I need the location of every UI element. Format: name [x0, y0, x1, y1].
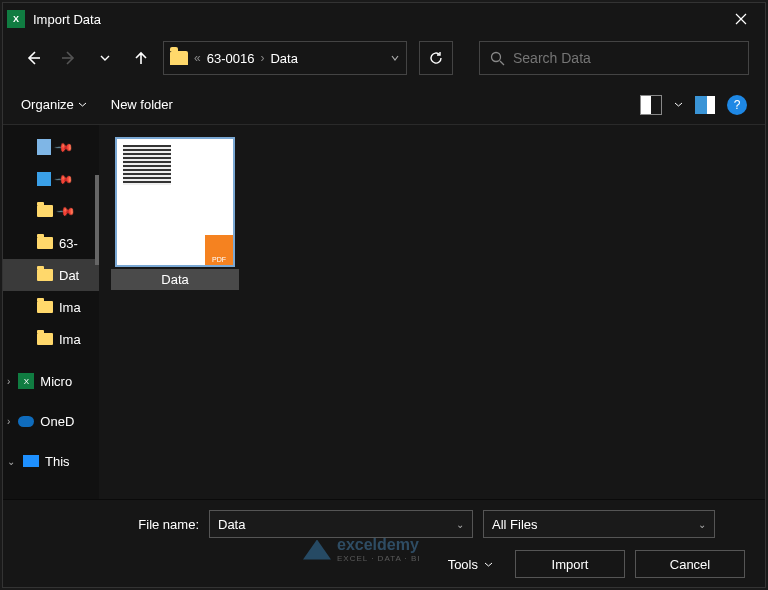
- folder-icon: [37, 205, 53, 217]
- navbar: « 63-0016 › Data: [3, 35, 765, 81]
- search-box[interactable]: [479, 41, 749, 75]
- body: 📌 📌 📌 63- Dat Ima Ima ›XMicro ›OneD ⌄Thi…: [3, 125, 765, 499]
- toolbar: Organize New folder ?: [3, 85, 765, 125]
- file-thumbnail: PDF: [115, 137, 235, 267]
- sidebar-item-microsoft[interactable]: ›XMicro: [3, 365, 99, 397]
- breadcrumb[interactable]: « 63-0016 › Data: [163, 41, 407, 75]
- import-dialog: X Import Data « 63-0016 › Data: [2, 2, 766, 588]
- back-button[interactable]: [19, 44, 47, 72]
- footer: File name: Data ⌄ All Files ⌄ Tools Impo…: [3, 499, 765, 587]
- new-folder-button[interactable]: New folder: [111, 97, 173, 112]
- breadcrumb-prefix: «: [194, 51, 201, 65]
- window-title: Import Data: [33, 12, 721, 27]
- sidebar-item-ima2[interactable]: Ima: [3, 323, 99, 355]
- refresh-button[interactable]: [419, 41, 453, 75]
- folder-icon: [37, 301, 53, 313]
- filename-select[interactable]: Data ⌄: [209, 510, 473, 538]
- file-item-data[interactable]: PDF Data: [111, 137, 239, 290]
- sidebar-item-pictures[interactable]: 📌: [3, 163, 99, 195]
- forward-button[interactable]: [55, 44, 83, 72]
- chevron-down-icon[interactable]: [674, 100, 683, 109]
- svg-point-0: [492, 52, 501, 61]
- folder-icon: [37, 269, 53, 281]
- monitor-icon: [23, 455, 39, 467]
- chevron-down-icon: ⌄: [456, 519, 464, 530]
- up-button[interactable]: [127, 44, 155, 72]
- cancel-button[interactable]: Cancel: [635, 550, 745, 578]
- sidebar-item-63[interactable]: 63-: [3, 227, 99, 259]
- sidebar-item-ima1[interactable]: Ima: [3, 291, 99, 323]
- chevron-right-icon: ›: [7, 376, 10, 387]
- sidebar-item-onedrive[interactable]: ›OneD: [3, 405, 99, 437]
- titlebar: X Import Data: [3, 3, 765, 35]
- tools-menu[interactable]: Tools: [448, 557, 493, 572]
- organize-menu[interactable]: Organize: [21, 97, 87, 112]
- sidebar-item-this-pc[interactable]: ⌄This: [3, 445, 99, 477]
- folder-icon: [37, 237, 53, 249]
- sidebar-item-data[interactable]: Dat: [3, 259, 99, 291]
- filetype-filter[interactable]: All Files ⌄: [483, 510, 715, 538]
- pin-icon: 📌: [56, 201, 77, 222]
- chevron-down-icon: ⌄: [7, 456, 15, 467]
- search-input[interactable]: [513, 50, 738, 66]
- sidebar: 📌 📌 📌 63- Dat Ima Ima ›XMicro ›OneD ⌄Thi…: [3, 125, 99, 499]
- breadcrumb-part[interactable]: 63-0016: [207, 51, 255, 66]
- view-mode-button[interactable]: [640, 95, 662, 115]
- chevron-down-icon[interactable]: [390, 53, 400, 63]
- cloud-icon: [18, 416, 34, 427]
- preview-pane-button[interactable]: [695, 96, 715, 114]
- watermark: exceldemy EXCEL · DATA · BI: [303, 536, 421, 563]
- pdf-badge-icon: PDF: [205, 235, 233, 265]
- recent-dropdown[interactable]: [91, 44, 119, 72]
- chevron-down-icon: ⌄: [698, 519, 706, 530]
- chevron-right-icon: ›: [260, 51, 264, 65]
- document-icon: [37, 139, 51, 155]
- folder-icon: [37, 333, 53, 345]
- filename-label: File name:: [123, 517, 199, 532]
- excel-icon: X: [18, 373, 34, 389]
- excel-icon: X: [7, 10, 25, 28]
- sidebar-item-documents[interactable]: 📌: [3, 131, 99, 163]
- breadcrumb-part[interactable]: Data: [270, 51, 297, 66]
- exceldemy-logo-icon: [303, 540, 331, 560]
- import-button[interactable]: Import: [515, 550, 625, 578]
- pin-icon: 📌: [54, 137, 75, 158]
- search-icon: [490, 51, 505, 66]
- picture-icon: [37, 172, 51, 186]
- sidebar-item-folder[interactable]: 📌: [3, 195, 99, 227]
- file-list[interactable]: PDF Data: [99, 125, 765, 499]
- file-label: Data: [111, 269, 239, 290]
- pin-icon: 📌: [54, 169, 75, 190]
- chevron-right-icon: ›: [7, 416, 10, 427]
- close-button[interactable]: [721, 3, 761, 35]
- help-button[interactable]: ?: [727, 95, 747, 115]
- folder-icon: [170, 51, 188, 65]
